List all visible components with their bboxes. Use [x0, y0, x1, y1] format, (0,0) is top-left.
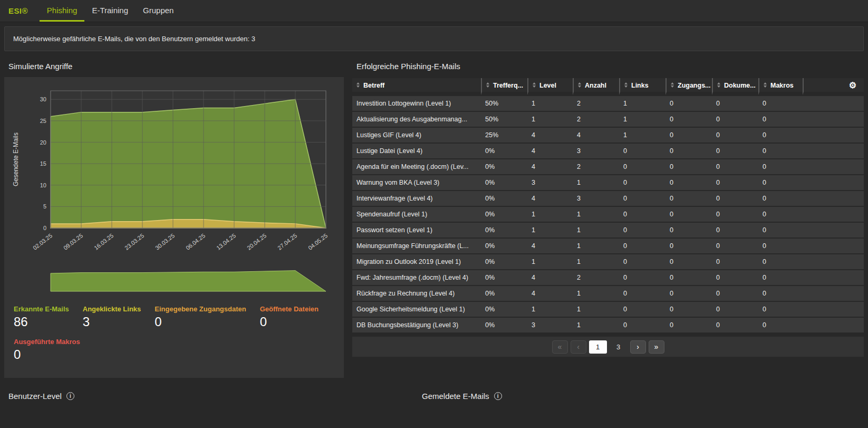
cell-value: 0: [758, 191, 803, 206]
cell-empty: [803, 112, 864, 127]
cell-betreff: Migration zu Outlook 2019 (Level 1): [352, 254, 481, 269]
cell-value: 2: [573, 159, 619, 174]
cell-value: 0: [712, 112, 758, 127]
cell-value: 0: [712, 302, 758, 317]
stat-value: 0: [260, 315, 319, 329]
svg-text:27.04.25: 27.04.25: [276, 232, 298, 251]
cell-value: 0: [666, 254, 712, 269]
table-row[interactable]: Meinungsumfrage Führungskräfte (L...0%41…: [352, 239, 864, 253]
svg-text:30.03.25: 30.03.25: [154, 232, 176, 251]
column-header-trefferq[interactable]: Trefferq...: [481, 78, 527, 95]
column-header-makros[interactable]: Makros: [758, 78, 803, 95]
cell-betreff: Warnung vom BKA (Level 3): [352, 175, 481, 190]
cell-value: 1: [573, 286, 619, 301]
cell-value: 0: [666, 270, 712, 285]
pagination-first-button[interactable]: «: [552, 340, 568, 354]
info-icon[interactable]: i: [66, 392, 74, 400]
cell-empty: [803, 239, 864, 253]
table-row[interactable]: Google Sicherheitsmeldung (Level 1)0%110…: [352, 302, 864, 317]
column-header-level[interactable]: Level: [527, 78, 573, 95]
table-row[interactable]: Lustige Datei (Level 4)0%430000: [352, 144, 864, 158]
cell-value: 0: [712, 128, 758, 142]
table-row[interactable]: Agenda für ein Meeting (.docm) (Lev...0%…: [352, 159, 864, 174]
cell-empty: [803, 128, 864, 142]
cell-value: 0: [758, 175, 803, 190]
cell-empty: [803, 254, 864, 269]
cell-value: 0: [666, 128, 712, 142]
cell-value: 0: [619, 270, 666, 285]
cell-betreff: Investition Lottogewinn (Level 1): [352, 96, 481, 111]
cell-value: 4: [527, 128, 573, 142]
cell-value: 1: [573, 318, 619, 332]
tab-phishing[interactable]: Phishing: [40, 0, 85, 22]
cell-value: 0: [619, 207, 666, 222]
section-title-phishing-table: Erfolgreiche Phishing-E-Mails: [356, 62, 864, 71]
table-row[interactable]: Investition Lottogewinn (Level 1)50%1210…: [352, 96, 864, 111]
cell-value: 0: [712, 96, 758, 111]
cell-value: 2: [573, 270, 619, 285]
pagination-last-button[interactable]: »: [649, 340, 664, 354]
cell-value: 0: [712, 223, 758, 237]
pagination-page-3[interactable]: 3: [610, 340, 628, 354]
cell-value: 50%: [481, 96, 527, 111]
cell-value: 1: [573, 302, 619, 317]
pagination-prev-button[interactable]: ‹: [571, 340, 586, 354]
gemeldete-emails-title: Gemeldete E-Mails: [422, 392, 489, 401]
table-row[interactable]: DB Buchungsbestätigung (Level 3)0%310000: [352, 318, 864, 332]
table-settings-gear-icon[interactable]: ⚙: [849, 81, 856, 90]
cell-value: 0: [666, 159, 712, 174]
cell-empty: [803, 207, 864, 222]
svg-text:04.05.25: 04.05.25: [307, 232, 329, 251]
table-row[interactable]: Lustiges GIF (Level 4)25%441000: [352, 128, 864, 142]
phishing-table-section: Erfolgreiche Phishing-E-Mails BetreffTre…: [352, 51, 864, 357]
table-row[interactable]: Migration zu Outlook 2019 (Level 1)0%110…: [352, 254, 864, 269]
cell-betreff: Passwort setzen (Level 1): [352, 223, 481, 237]
sort-icon: [717, 82, 720, 88]
main-content: Simulierte Angriffe 05101520253002.03.25…: [0, 51, 868, 378]
table-row[interactable]: Spendenaufruf (Level 1)0%110000: [352, 207, 864, 222]
info-icon[interactable]: i: [494, 392, 502, 400]
stat-label: Angeklickte Links: [83, 305, 141, 313]
table-row[interactable]: Interviewanfrage (Level 4)0%430000: [352, 191, 864, 206]
cell-value: 0: [758, 223, 803, 237]
column-header-anzahl[interactable]: Anzahl: [573, 78, 619, 95]
table-row[interactable]: Passwort setzen (Level 1)0%110000: [352, 223, 864, 237]
stat-label: Eingegebene Zugangsdaten: [155, 305, 246, 313]
stat-value: 86: [14, 315, 69, 329]
stat-geöffnete-dateien: Geöffnete Dateien0: [260, 305, 319, 329]
column-header-links[interactable]: Links: [619, 78, 666, 95]
column-label: Dokume...: [724, 81, 756, 89]
chart-range-navigator[interactable]: [6, 267, 342, 293]
column-header-settings: ⚙: [803, 78, 864, 95]
column-header-betreff[interactable]: Betreff: [352, 78, 481, 95]
cell-value: 0: [619, 254, 666, 269]
attack-stats: Erkannte E-Mails86Angeklickte Links3Eing…: [6, 305, 342, 362]
pagination-page-1[interactable]: 1: [589, 340, 607, 354]
column-label: Level: [539, 81, 556, 89]
cell-value: 0: [758, 239, 803, 253]
cell-value: 0: [712, 286, 758, 301]
cell-value: 3: [573, 144, 619, 158]
table-row[interactable]: Aktualisierung des Ausgabenmanag...50%12…: [352, 112, 864, 127]
brand-logo[interactable]: ESI®: [8, 0, 28, 22]
cell-value: 4: [527, 159, 573, 174]
cell-value: 0: [758, 128, 803, 142]
column-header-dokume[interactable]: Dokume...: [712, 78, 758, 95]
simulated-attacks-section: Simulierte Angriffe 05101520253002.03.25…: [4, 51, 344, 378]
table-row[interactable]: Rückfrage zu Rechnung (Level 4)0%410000: [352, 286, 864, 301]
cell-value: 4: [527, 239, 573, 253]
stat-value: 3: [83, 315, 141, 329]
table-row[interactable]: Warnung vom BKA (Level 3)0%310000: [352, 175, 864, 190]
tab-gruppen[interactable]: Gruppen: [136, 0, 181, 22]
pagination-next-button[interactable]: ›: [630, 340, 646, 354]
cell-value: 0%: [481, 270, 527, 285]
column-header-zugangs[interactable]: Zugangs...: [666, 78, 712, 95]
section-title-simulated-attacks: Simulierte Angriffe: [8, 62, 344, 71]
cell-value: 2: [573, 112, 619, 127]
gemeldete-emails-heading: Gemeldete E-Mails i: [422, 392, 502, 401]
svg-text:20.04.25: 20.04.25: [246, 232, 267, 251]
svg-text:16.03.25: 16.03.25: [93, 232, 114, 251]
attack-chart-panel: 05101520253002.03.2509.03.2516.03.2523.0…: [4, 77, 344, 378]
tab-e-training[interactable]: E-Training: [84, 0, 136, 22]
table-row[interactable]: Fwd: Jahresumfrage (.docm) (Level 4)0%42…: [352, 270, 864, 285]
